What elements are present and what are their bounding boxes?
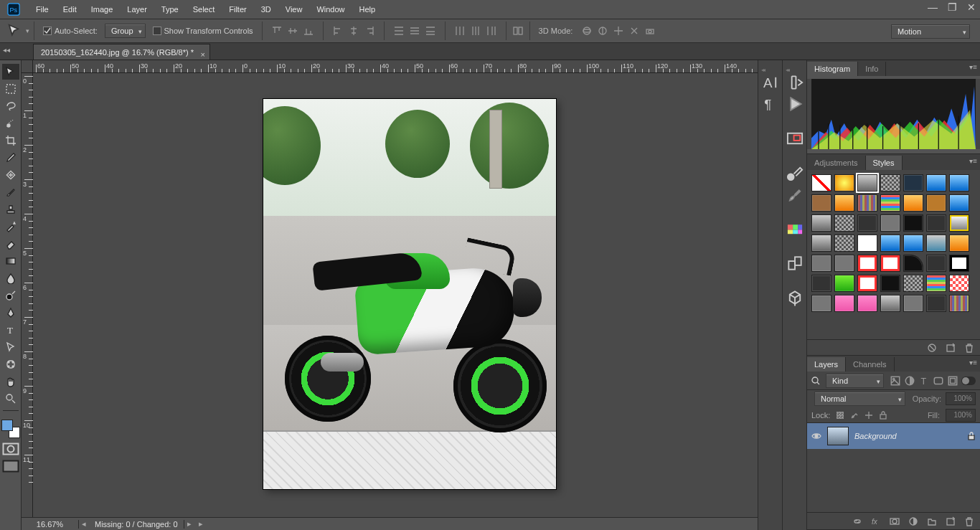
brush-panel-icon[interactable] [786, 164, 804, 182]
color-swatches[interactable] [1, 420, 20, 438]
styles-clear-icon[interactable] [927, 343, 937, 353]
quick-select-tool[interactable] [2, 115, 19, 131]
character-panel-icon[interactable]: A [761, 73, 780, 92]
marquee-tool[interactable] [2, 81, 19, 97]
hand-tool[interactable] [2, 374, 19, 389]
style-swatch[interactable] [834, 214, 854, 232]
style-swatch[interactable] [903, 255, 923, 272]
style-swatch[interactable] [949, 275, 969, 292]
menu-select[interactable]: Select [186, 0, 222, 19]
3d-panel-icon[interactable] [786, 288, 804, 307]
tool-preset-arrow-icon[interactable]: ▾ [26, 27, 29, 34]
auto-select-checkbox[interactable]: Auto-Select: [43, 27, 98, 35]
menu-window[interactable]: Window [309, 0, 352, 19]
style-swatch[interactable] [949, 235, 969, 252]
distribute-bottom-icon[interactable] [423, 24, 438, 38]
layer-mask-icon[interactable] [890, 516, 900, 526]
move-tool[interactable] [2, 64, 19, 80]
distribute-right-icon[interactable] [484, 24, 499, 38]
sync-next-icon[interactable]: ▸ [184, 519, 194, 529]
quick-mask-icon[interactable] [2, 443, 19, 455]
lock-image-icon[interactable] [850, 411, 859, 420]
brush-tool[interactable] [2, 184, 19, 200]
tab-info[interactable]: Info [858, 62, 886, 76]
navigator-panel-icon[interactable] [786, 129, 804, 148]
ruler-origin[interactable] [22, 60, 33, 73]
layer-filter-kind-dropdown[interactable]: Kind [826, 374, 884, 388]
style-swatch[interactable] [949, 174, 969, 191]
fill-input[interactable]: 100% [946, 409, 976, 422]
dock-toggle-icon[interactable]: ◂◂ [3, 46, 10, 54]
eyedropper-tool[interactable] [2, 150, 19, 166]
style-swatch[interactable] [926, 235, 946, 252]
show-transform-checkbox[interactable]: Show Transform Controls [153, 27, 253, 35]
style-swatch[interactable] [857, 214, 877, 232]
new-style-icon[interactable] [946, 343, 956, 353]
lock-position-icon[interactable] [864, 411, 873, 420]
style-swatch[interactable] [857, 194, 877, 212]
adjustment-layer-icon[interactable] [908, 516, 918, 526]
style-swatch[interactable] [880, 255, 900, 272]
link-layers-icon[interactable] [852, 516, 862, 526]
filter-toggle-switch[interactable] [961, 377, 976, 385]
style-swatch[interactable] [857, 255, 877, 272]
history-brush-tool[interactable] [2, 219, 19, 235]
style-swatch[interactable] [903, 235, 923, 252]
style-swatch[interactable] [949, 295, 969, 312]
style-swatch[interactable] [834, 235, 854, 252]
vertical-ruler[interactable]: 01234567891011 [22, 73, 33, 519]
actions-panel-icon[interactable] [786, 73, 804, 92]
style-swatch[interactable] [903, 295, 923, 312]
close-icon[interactable]: ✕ [967, 1, 976, 13]
filter-smart-icon[interactable] [947, 375, 958, 387]
style-swatch[interactable] [903, 174, 923, 191]
blend-mode-dropdown[interactable]: Normal [814, 392, 905, 406]
style-swatch[interactable] [949, 214, 969, 232]
horizontal-ruler[interactable]: 6050403020100102030405060708090100110120… [33, 60, 758, 73]
style-swatch[interactable] [880, 214, 900, 232]
stamp-tool[interactable] [2, 202, 19, 217]
style-swatch[interactable] [811, 255, 831, 272]
style-swatch[interactable] [811, 194, 831, 212]
style-swatch[interactable] [903, 275, 923, 292]
restore-icon[interactable]: ❐ [948, 1, 957, 13]
style-swatch[interactable] [834, 275, 854, 292]
paragraph-panel-icon[interactable]: ¶ [761, 95, 780, 113]
style-swatch[interactable] [834, 295, 854, 312]
delete-style-icon[interactable] [964, 343, 974, 353]
canvas-background[interactable] [22, 60, 758, 530]
style-swatch[interactable] [880, 235, 900, 252]
opacity-input[interactable]: 100% [946, 392, 976, 405]
sync-prev-icon[interactable]: ◂ [79, 519, 89, 529]
type-tool[interactable]: T [2, 322, 19, 338]
layer-name[interactable]: Background [854, 432, 897, 440]
minimize-icon[interactable]: — [928, 1, 938, 13]
panel-menu-icon[interactable]: ▾≡ [969, 359, 977, 366]
tab-adjustments[interactable]: Adjustments [807, 156, 866, 170]
roll-3d-icon[interactable] [595, 24, 610, 38]
style-swatch[interactable] [880, 275, 900, 292]
tab-channels[interactable]: Channels [846, 357, 894, 372]
panel-menu-icon[interactable]: ▾≡ [969, 63, 977, 71]
align-vcenter-icon[interactable] [286, 24, 300, 38]
shape-tool[interactable] [2, 356, 19, 372]
blur-tool[interactable] [2, 270, 19, 286]
style-swatch[interactable] [834, 255, 854, 272]
distribute-vcenter-icon[interactable] [407, 24, 422, 38]
new-layer-icon[interactable] [946, 516, 956, 526]
style-swatch[interactable] [857, 235, 877, 252]
lasso-tool[interactable] [2, 98, 19, 114]
menu-file[interactable]: File [29, 0, 56, 19]
document-tab[interactable]: 20150305_162440.jpg @ 16.7% (RGB/8*) * × [33, 44, 210, 60]
auto-select-target-dropdown[interactable]: Group [105, 24, 146, 38]
filter-pixel-icon[interactable] [890, 375, 901, 387]
align-right-icon[interactable] [362, 24, 377, 38]
menu-edit[interactable]: Edit [56, 0, 84, 19]
tab-layers[interactable]: Layers [807, 357, 846, 372]
menu-help[interactable]: Help [352, 0, 383, 19]
align-hcenter-icon[interactable] [347, 24, 361, 38]
dock-grip-icon[interactable] [761, 65, 780, 69]
style-swatch[interactable] [926, 174, 946, 191]
style-swatch[interactable] [926, 194, 946, 212]
layer-row[interactable]: Background [807, 423, 980, 449]
